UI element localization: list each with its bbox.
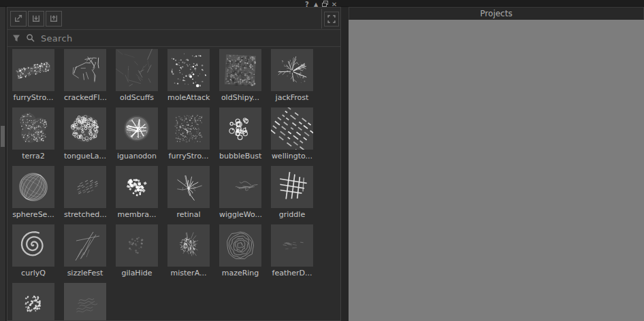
brush-label: terra2 (12, 150, 54, 163)
brush-tile[interactable]: furryStro... (167, 107, 210, 163)
projects-empty-area[interactable] (349, 20, 644, 321)
funnel-filter-icon[interactable] (12, 33, 21, 43)
brush-thumbnail (12, 283, 54, 321)
toolbar-right-group (321, 9, 339, 29)
pin-triangle-icon[interactable]: ▲ (312, 0, 319, 9)
brush-tile[interactable]: crackedFl... (64, 49, 106, 104)
brush-thumbnail (12, 107, 54, 150)
brush-tile[interactable]: misterA... (167, 224, 210, 280)
brush-tile[interactable]: griddle (271, 166, 313, 221)
brush-tile[interactable] (12, 283, 54, 321)
rail-scrollbar-thumb[interactable] (1, 126, 5, 147)
brush-tile[interactable]: curlyQ (12, 224, 54, 280)
brush-label: furryStro... (12, 91, 54, 104)
expand-icon (326, 14, 337, 24)
brush-thumbnail (116, 166, 158, 208)
brush-tile[interactable]: wellingto... (271, 107, 313, 163)
brush-thumbnail (167, 49, 210, 91)
brush-thumbnail (219, 166, 261, 208)
brush-thumbnail (219, 224, 261, 267)
brush-thumbnail (64, 224, 106, 267)
brush-label: moleAttack (167, 91, 210, 104)
brush-thumbnail (271, 49, 313, 91)
brush-tile[interactable]: iguanodon (116, 107, 158, 163)
projects-panel: Projects (349, 7, 644, 321)
help-icon[interactable]: ? (304, 0, 310, 9)
pop-out-button[interactable] (10, 11, 27, 27)
brush-tile[interactable]: oldShipy... (219, 49, 261, 104)
brush-label: membra... (116, 208, 158, 221)
brush-label: bubbleBust (219, 150, 261, 163)
brush-tile[interactable]: bubbleBust (219, 107, 261, 163)
brush-thumbnail (12, 166, 54, 208)
export-button[interactable] (46, 11, 62, 27)
brush-grid: furryStro... crackedFl... oldScuffs mole… (12, 49, 324, 321)
brush-thumbnail (219, 107, 261, 150)
close-icon[interactable]: ✕ (331, 0, 338, 9)
brush-label: misterA... (167, 267, 210, 280)
brush-tile[interactable]: wiggleWo... (219, 166, 261, 221)
brush-tile[interactable]: sphereSe... (12, 166, 54, 221)
search-input[interactable] (39, 33, 340, 44)
brush-thumbnail (12, 49, 54, 91)
brush-label: oldScuffs (116, 91, 158, 104)
brush-tile[interactable]: sizzleFest (64, 224, 106, 280)
brush-thumbnail (64, 283, 106, 321)
brush-label: crackedFl... (64, 91, 106, 104)
brush-tile[interactable]: jackFrost (271, 49, 313, 104)
brush-tile[interactable]: membra... (116, 166, 158, 221)
brush-thumbnail (271, 107, 313, 150)
brush-thumbnail (167, 166, 210, 208)
brush-label: griddle (271, 208, 313, 221)
brush-thumbnail (64, 49, 106, 91)
brush-label: stretched... (64, 208, 106, 221)
brush-thumbnail (271, 224, 313, 267)
magnifier-search-icon (26, 33, 35, 43)
brush-label: featherD... (271, 267, 313, 280)
brush-tile[interactable]: moleAttack (167, 49, 210, 104)
brush-thumbnail (116, 49, 158, 91)
search-row (7, 30, 340, 47)
projects-panel-header[interactable]: Projects (349, 7, 644, 20)
brush-thumbnail (12, 224, 54, 267)
export-icon (49, 14, 59, 23)
brush-tile[interactable]: oldScuffs (116, 49, 158, 104)
brush-thumbnail (167, 107, 210, 150)
brush-label: sizzleFest (64, 267, 106, 280)
brush-thumbnail (167, 224, 210, 267)
brush-panel-toolbar (7, 7, 340, 30)
brush-thumbnail (64, 107, 106, 150)
brush-thumbnail (116, 224, 158, 267)
brush-tile[interactable]: tongueLa... (64, 107, 106, 163)
brush-tile[interactable]: furryStro... (12, 49, 54, 104)
brush-label: sphereSe... (12, 208, 54, 221)
brush-tile[interactable]: terra2 (12, 107, 54, 163)
brush-tile[interactable]: featherD... (271, 224, 313, 280)
brush-tile[interactable]: gilaHide (116, 224, 158, 280)
import-icon (31, 14, 41, 23)
brush-label: mazeRing (219, 267, 261, 280)
brush-library-panel: furryStro... crackedFl... oldScuffs mole… (7, 7, 341, 321)
brush-label: curlyQ (12, 267, 54, 280)
brush-label: oldShipy... (219, 91, 261, 104)
restore-window-icon[interactable] (321, 0, 329, 10)
brush-tile[interactable]: retinal (167, 166, 210, 221)
brush-label: wellingto... (271, 150, 313, 163)
brush-thumbnail (64, 166, 106, 208)
window-controls: ? ▲ ✕ (304, 0, 338, 9)
import-button[interactable] (28, 11, 44, 27)
expand-panel-button[interactable] (324, 12, 339, 27)
brush-thumbnail (116, 107, 158, 150)
brush-label: furryStro... (167, 150, 210, 163)
brush-tile[interactable]: stretched... (64, 166, 106, 221)
brush-thumbnail (271, 166, 313, 208)
brush-label: jackFrost (271, 91, 313, 104)
brush-label: retinal (167, 208, 210, 221)
brush-label: tongueLa... (64, 150, 106, 163)
brush-tile[interactable] (64, 283, 106, 321)
brush-tile[interactable]: mazeRing (219, 224, 261, 280)
left-dock-rail (0, 7, 6, 321)
pop-out-icon (14, 14, 23, 23)
brush-thumbnail (219, 49, 261, 91)
brush-label: gilaHide (116, 267, 158, 280)
